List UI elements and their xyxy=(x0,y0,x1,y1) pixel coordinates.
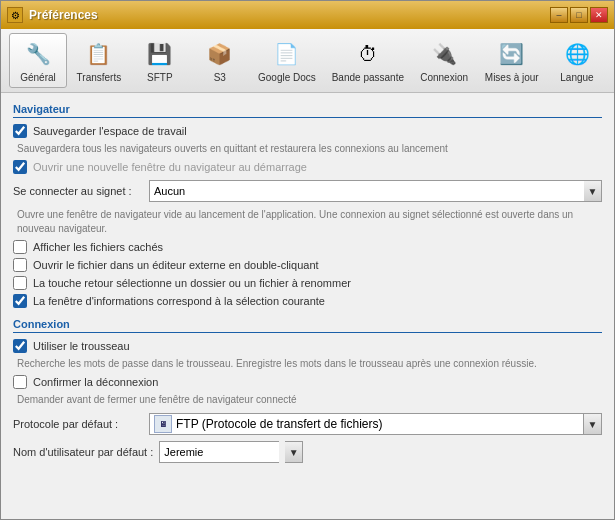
user-field-input[interactable] xyxy=(159,441,279,463)
protocol-field-label: Protocole par défaut : xyxy=(13,418,143,430)
fichiers-caches-checkbox[interactable] xyxy=(13,240,27,254)
nouvelle-fenetre-row: Ouvrir une nouvelle fenêtre du navigateu… xyxy=(13,160,602,174)
confirmer-deconnexion-checkbox[interactable] xyxy=(13,375,27,389)
general-icon: 🔧 xyxy=(22,38,54,70)
sauvegarder-checkbox[interactable] xyxy=(13,124,27,138)
tab-bande-passante-label: Bande passante xyxy=(332,72,404,83)
fenetre-info-checkbox[interactable] xyxy=(13,294,27,308)
maximize-button[interactable]: □ xyxy=(570,7,588,23)
content-area: Navigateur Sauvegarder l'espace de trava… xyxy=(1,93,614,519)
trousseau-description: Recherche les mots de passe dans le trou… xyxy=(13,357,602,371)
connexion-icon: 🔌 xyxy=(428,38,460,70)
tab-general-label: Général xyxy=(20,72,56,83)
fichiers-caches-row: Afficher les fichiers cachés xyxy=(13,240,602,254)
tab-general[interactable]: 🔧 Général xyxy=(9,33,67,88)
window-title: Préférences xyxy=(29,8,98,22)
editeur-externe-row: Ouvrir le fichier dans un éditeur extern… xyxy=(13,258,602,272)
title-controls: – □ ✕ xyxy=(550,7,608,23)
fichiers-caches-label: Afficher les fichiers cachés xyxy=(33,241,163,253)
user-field-label: Nom d'utilisateur par défaut : xyxy=(13,446,153,458)
title-bar: ⚙ Préférences – □ ✕ xyxy=(1,1,614,29)
tab-sftp[interactable]: 💾 SFTP xyxy=(131,33,189,88)
touche-retour-checkbox[interactable] xyxy=(13,276,27,290)
navigateur-section: Navigateur Sauvegarder l'espace de trava… xyxy=(13,103,602,308)
langue-icon: 🌐 xyxy=(561,38,593,70)
bande-passante-icon: ⏱ xyxy=(352,38,384,70)
protocol-dropdown-arrow[interactable]: ▼ xyxy=(584,413,602,435)
fenetre-info-row: La fenêtre d'informations correspond à l… xyxy=(13,294,602,308)
bookmark-description: Ouvre une fenêtre de navigateur vide au … xyxy=(13,208,602,236)
title-bar-left: ⚙ Préférences xyxy=(7,7,98,23)
tab-mises-a-jour[interactable]: 🔄 Mises à jour xyxy=(478,33,547,88)
tab-transferts-label: Transferts xyxy=(77,72,122,83)
fenetre-info-label: La fenêtre d'informations correspond à l… xyxy=(33,295,325,307)
trousseau-checkbox[interactable] xyxy=(13,339,27,353)
bookmark-field-row: Se connecter au signet : ▼ xyxy=(13,180,602,202)
bookmark-dropdown-arrow[interactable]: ▼ xyxy=(584,180,602,202)
tab-sftp-label: SFTP xyxy=(147,72,173,83)
preferences-window: ⚙ Préférences – □ ✕ 🔧 Général 📋 Transfer… xyxy=(0,0,615,520)
window-icon: ⚙ xyxy=(7,7,23,23)
sauvegarder-label: Sauvegarder l'espace de travail xyxy=(33,125,187,137)
tab-s3[interactable]: 📦 S3 xyxy=(191,33,249,88)
toolbar: 🔧 Général 📋 Transferts 💾 SFTP 📦 S3 📄 Goo… xyxy=(1,29,614,93)
trousseau-label: Utiliser le trousseau xyxy=(33,340,130,352)
nouvelle-fenetre-checkbox[interactable] xyxy=(13,160,27,174)
tab-bande-passante[interactable]: ⏱ Bande passante xyxy=(325,33,411,88)
user-field-arrow[interactable]: ▼ xyxy=(285,441,303,463)
connexion-section: Connexion Utiliser le trousseau Recherch… xyxy=(13,318,602,463)
sauvegarder-description: Sauvegardera tous les navigateurs ouvert… xyxy=(13,142,602,156)
sauvegarder-row: Sauvegarder l'espace de travail xyxy=(13,124,602,138)
confirmer-deconnexion-label: Confirmer la déconnexion xyxy=(33,376,158,388)
connexion-title: Connexion xyxy=(13,318,602,333)
google-docs-icon: 📄 xyxy=(271,38,303,70)
close-button[interactable]: ✕ xyxy=(590,7,608,23)
navigateur-title: Navigateur xyxy=(13,103,602,118)
tab-google-docs-label: Google Docs xyxy=(258,72,316,83)
tab-transferts[interactable]: 📋 Transferts xyxy=(69,33,129,88)
minimize-button[interactable]: – xyxy=(550,7,568,23)
tab-langue[interactable]: 🌐 Langue xyxy=(548,33,606,88)
touche-retour-label: La touche retour sélectionne un dossier … xyxy=(33,277,351,289)
user-field-row: Nom d'utilisateur par défaut : ▼ xyxy=(13,441,602,463)
transferts-icon: 📋 xyxy=(83,38,115,70)
touche-retour-row: La touche retour sélectionne un dossier … xyxy=(13,276,602,290)
ftp-icon: 🖥 xyxy=(154,415,172,433)
mises-a-jour-icon: 🔄 xyxy=(496,38,528,70)
confirmer-deconnexion-row: Confirmer la déconnexion xyxy=(13,375,602,389)
protocol-dropdown-container: 🖥 FTP (Protocole de transfert de fichier… xyxy=(149,413,602,435)
confirmer-deconnexion-description: Demander avant de fermer une fenêtre de … xyxy=(13,393,602,407)
tab-connexion[interactable]: 🔌 Connexion xyxy=(413,33,476,88)
tab-connexion-label: Connexion xyxy=(420,72,468,83)
s3-icon: 📦 xyxy=(204,38,236,70)
bookmark-field-label: Se connecter au signet : xyxy=(13,185,143,197)
tab-google-docs[interactable]: 📄 Google Docs xyxy=(251,33,323,88)
protocol-value-text: FTP (Protocole de transfert de fichiers) xyxy=(176,417,383,431)
protocol-dropdown-value[interactable]: 🖥 FTP (Protocole de transfert de fichier… xyxy=(149,413,584,435)
trousseau-row: Utiliser le trousseau xyxy=(13,339,602,353)
protocol-field-row: Protocole par défaut : 🖥 FTP (Protocole … xyxy=(13,413,602,435)
tab-s3-label: S3 xyxy=(214,72,226,83)
editeur-externe-label: Ouvrir le fichier dans un éditeur extern… xyxy=(33,259,319,271)
sftp-icon: 💾 xyxy=(144,38,176,70)
editeur-externe-checkbox[interactable] xyxy=(13,258,27,272)
bookmark-dropdown-container: ▼ xyxy=(149,180,602,202)
tab-langue-label: Langue xyxy=(560,72,593,83)
bookmark-dropdown[interactable] xyxy=(149,180,584,202)
nouvelle-fenetre-label: Ouvrir une nouvelle fenêtre du navigateu… xyxy=(33,161,307,173)
tab-mises-a-jour-label: Mises à jour xyxy=(485,72,539,83)
